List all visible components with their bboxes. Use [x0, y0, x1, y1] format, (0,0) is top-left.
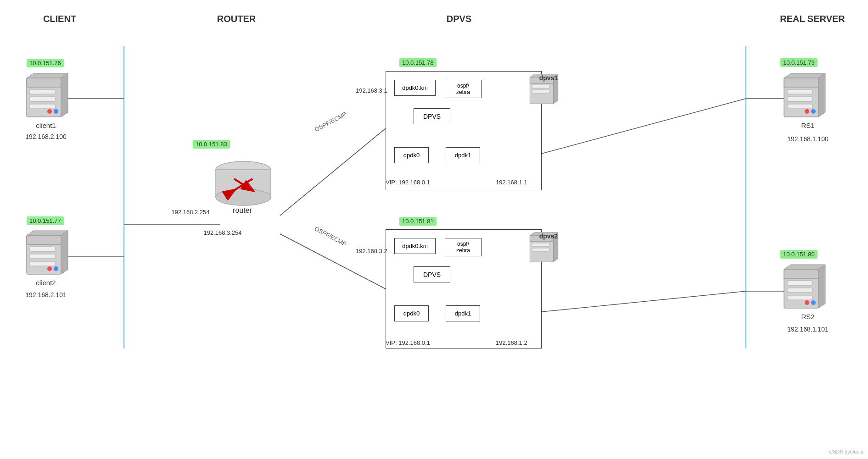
- svg-marker-28: [61, 73, 68, 117]
- svg-rect-33: [30, 254, 55, 259]
- svg-point-26: [54, 109, 58, 114]
- dpvs1-dpdk0kni: dpdk0.kni: [394, 80, 436, 96]
- dpvs2-right-ip: 192.168.1.2: [496, 339, 527, 346]
- svg-point-35: [54, 266, 58, 271]
- svg-point-71: [805, 300, 809, 305]
- svg-rect-32: [30, 247, 55, 251]
- dpvs1-ospf-zebra: ospf/zebra: [445, 80, 482, 98]
- dpvs2-ospf-zebra: ospf/zebra: [445, 238, 482, 256]
- router-icon: [209, 154, 278, 213]
- router-badge-ip: 10.0.151.83: [193, 140, 230, 149]
- svg-rect-47: [532, 90, 549, 93]
- watermark: CSDN @bluest: [829, 449, 863, 454]
- rs2-icon: [780, 262, 826, 313]
- dpvs2-name: dpvs2: [528, 232, 569, 240]
- network-diagram: CLIENT ROUTER DPVS REAL SERVER 10.0.151.…: [0, 0, 868, 459]
- rs1-label: RS1: [785, 122, 831, 129]
- svg-rect-66: [784, 269, 818, 278]
- svg-rect-24: [30, 97, 55, 101]
- dpvs1-dpdk1: dpdk1: [446, 147, 480, 163]
- svg-marker-63: [818, 73, 825, 117]
- rs1-bottom-ip: 192.168.1.100: [773, 135, 842, 143]
- client2-bottom-ip: 192.168.2.101: [14, 291, 78, 299]
- dpvs2-dpdk0kni: dpdk0.kni: [394, 238, 436, 254]
- dpvs1-right-ip: 192.168.1.1: [496, 179, 527, 186]
- svg-marker-73: [784, 265, 825, 269]
- ospf-ecmp-label-2: OSPF/ECMP: [314, 225, 348, 248]
- svg-rect-59: [787, 97, 812, 101]
- svg-line-10: [280, 234, 386, 289]
- svg-rect-60: [787, 104, 812, 109]
- svg-line-9: [280, 128, 386, 216]
- client1-icon: [23, 71, 69, 122]
- svg-line-7: [280, 128, 386, 216]
- router-header: ROUTER: [202, 14, 271, 24]
- svg-rect-34: [30, 261, 55, 266]
- svg-rect-53: [532, 248, 549, 251]
- rs2-label: RS2: [785, 313, 831, 321]
- dpvs1-name: dpvs1: [528, 74, 569, 82]
- svg-point-41: [216, 189, 271, 205]
- svg-rect-46: [532, 85, 549, 88]
- dpvs1-left-ip: 192.168.3.1: [356, 87, 387, 94]
- svg-rect-57: [784, 78, 818, 87]
- dpvs1-dpdk0: dpdk0: [394, 147, 429, 163]
- rs2-bottom-ip: 192.168.1.101: [773, 326, 842, 333]
- svg-rect-25: [30, 104, 55, 109]
- svg-marker-29: [27, 73, 68, 78]
- svg-point-36: [47, 266, 52, 271]
- client1-bottom-ip: 192.168.2.100: [14, 133, 78, 140]
- svg-point-27: [47, 109, 52, 114]
- svg-point-70: [811, 300, 816, 305]
- dpvs1-dpvs: DPVS: [414, 108, 450, 124]
- dpvs1-vip: VIP: 192.168.0.1: [386, 179, 430, 186]
- client2-label: client2: [23, 279, 69, 287]
- svg-rect-68: [787, 288, 812, 293]
- svg-rect-58: [787, 89, 812, 94]
- svg-line-11: [542, 99, 746, 154]
- ospf-ecmp-label-1: OSPF/ECMP: [314, 111, 348, 133]
- svg-point-62: [805, 109, 809, 114]
- dpvs1-badge-ip: 10.0.151.78: [399, 58, 437, 67]
- dpvs2-badge-ip: 10.0.151.81: [399, 217, 437, 226]
- client1-label: client1: [23, 122, 69, 129]
- dpvs1-box: dpdk0.kni ospf/zebra DPVS dpdk0 dpdk1: [386, 71, 542, 190]
- dpvs-header: DPVS: [413, 14, 505, 24]
- svg-rect-69: [787, 295, 812, 300]
- dpvs2-vip: VIP: 192.168.0.1: [386, 339, 430, 346]
- svg-rect-23: [30, 89, 55, 94]
- client1-badge-ip: 10.0.151.76: [27, 59, 64, 67]
- dpvs2-box: dpdk0.kni ospf/zebra DPVS dpdk0 dpdk1: [386, 229, 542, 348]
- rs1-badge-ip: 10.0.151.79: [780, 58, 818, 67]
- svg-rect-52: [532, 243, 549, 246]
- client2-icon: [23, 228, 69, 279]
- dpvs2-left-ip: 192.168.3.2: [356, 248, 387, 254]
- svg-line-12: [542, 291, 746, 312]
- svg-line-8: [280, 234, 386, 289]
- router-left-ip: 192.168.2.254: [161, 209, 220, 216]
- dpvs2-dpdk0: dpdk0: [394, 305, 429, 321]
- svg-rect-31: [27, 235, 61, 244]
- dpvs2-dpdk1: dpdk1: [446, 305, 480, 321]
- dpvs2-dpvs: DPVS: [414, 266, 450, 282]
- svg-marker-64: [784, 73, 825, 78]
- rs2-badge-ip: 10.0.151.80: [780, 250, 818, 259]
- rs1-icon: [780, 71, 826, 122]
- svg-marker-38: [27, 231, 68, 235]
- svg-rect-22: [27, 78, 61, 87]
- client-header: CLIENT: [25, 14, 94, 24]
- router-label: router: [215, 206, 270, 215]
- router-bottom-ip: 192.168.3.254: [193, 229, 252, 236]
- svg-point-61: [811, 109, 816, 114]
- svg-marker-37: [61, 231, 68, 274]
- client2-badge-ip: 10.0.151.77: [27, 216, 64, 225]
- svg-rect-67: [787, 281, 812, 285]
- svg-marker-72: [818, 265, 825, 308]
- realserver-header: REAL SERVER: [771, 14, 854, 24]
